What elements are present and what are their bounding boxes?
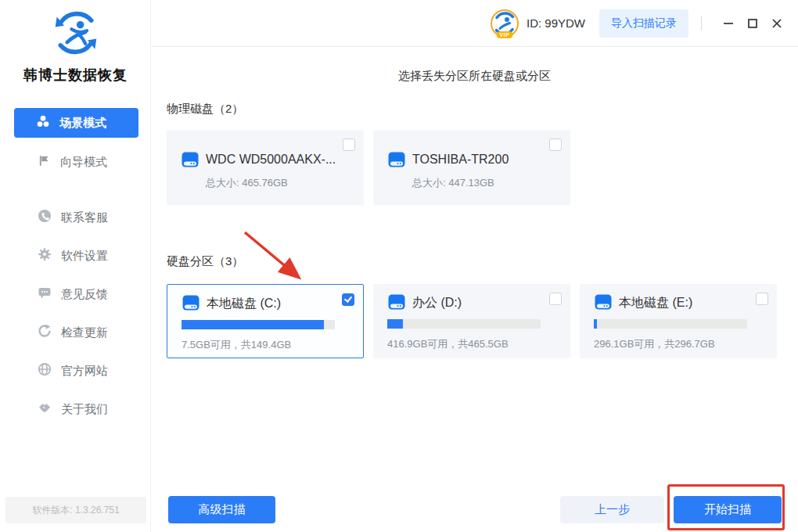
partition-card-c[interactable]: 本地磁盘 (C:) 7.5GB可用，共149.4GB <box>167 284 364 358</box>
sidebar-item-contact-support[interactable]: 联系客服 <box>0 207 151 228</box>
disk-card-toshiba[interactable]: TOSHIBA-TR200 总大小: 447.13GB <box>373 130 570 205</box>
main-content: 选择丢失分区所在硬盘或分区 物理磁盘（2） WDC WD5000AAKX-...… <box>151 47 798 532</box>
app-window: 韩博士数据恢复 场景模式 向导模式 <box>0 0 798 532</box>
partition-card-d[interactable]: 办公 (D:) 416.9GB可用，共465.5GB <box>373 284 570 358</box>
scene-icon <box>36 114 50 131</box>
disk-size: 总大小: 465.76GB <box>206 176 288 190</box>
page-title: 选择丢失分区所在硬盘或分区 <box>151 69 798 84</box>
usage-bar-fill <box>387 319 403 329</box>
partition-card-e[interactable]: 本地磁盘 (E:) 296.1GB可用，共296.7GB <box>580 284 777 358</box>
sidebar-item-label: 关于我们 <box>61 402 108 417</box>
partition-info: 7.5GB可用，共149.4GB <box>182 338 291 352</box>
globe-icon <box>38 362 52 379</box>
import-scan-records-button[interactable]: 导入扫描记录 <box>599 9 688 38</box>
usage-bar-fill <box>182 320 324 329</box>
sidebar-item-label: 检查更新 <box>61 325 108 340</box>
sidebar-item-feedback[interactable]: 意见反馈 <box>0 284 151 304</box>
divider <box>701 16 702 31</box>
update-icon <box>38 324 52 341</box>
phone-icon <box>38 209 52 226</box>
disk-icon <box>182 151 199 171</box>
disk-size: 总大小: 447.13GB <box>412 176 494 190</box>
usage-bar-fill <box>594 319 597 329</box>
partition-checkbox[interactable] <box>342 293 354 306</box>
sidebar-item-official-website[interactable]: 官方网站 <box>0 361 151 381</box>
close-button[interactable] <box>768 15 785 32</box>
app-logo-icon <box>0 9 151 59</box>
partition-name: 办公 (D:) <box>412 295 462 311</box>
partition-info: 416.9GB可用，共465.5GB <box>387 337 509 351</box>
sidebar-item-guide-mode[interactable]: 向导模式 <box>0 152 151 172</box>
gear-icon <box>38 247 52 264</box>
app-title: 韩博士数据恢复 <box>0 66 151 84</box>
partition-section-label: 硬盘分区（3） <box>167 254 243 269</box>
sidebar-item-scene-mode[interactable]: 场景模式 <box>14 108 138 138</box>
disk-checkbox[interactable] <box>549 138 562 151</box>
disk-name: TOSHIBA-TR200 <box>412 153 509 167</box>
sidebar-item-label: 联系客服 <box>61 210 108 225</box>
handshake-icon <box>38 401 52 418</box>
sidebar-item-label: 官方网站 <box>61 364 108 379</box>
vip-badge: VIP <box>497 31 513 38</box>
minimize-button[interactable] <box>720 15 737 32</box>
sidebar-item-settings[interactable]: 软件设置 <box>0 246 151 266</box>
disk-checkbox[interactable] <box>343 138 355 151</box>
sidebar-item-label: 向导模式 <box>60 155 107 170</box>
physical-disk-section-label: 物理磁盘（2） <box>167 102 243 117</box>
previous-step-button[interactable]: 上一步 <box>560 496 664 523</box>
disk-icon <box>182 294 200 315</box>
disk-icon <box>595 293 612 314</box>
sidebar: 韩博士数据恢复 场景模式 向导模式 <box>0 0 151 532</box>
flag-icon <box>38 154 51 171</box>
feedback-icon <box>38 286 52 303</box>
advanced-scan-button[interactable]: 高级扫描 <box>168 496 275 523</box>
maximize-button[interactable] <box>744 15 761 32</box>
sidebar-item-check-update[interactable]: 检查更新 <box>0 322 151 343</box>
usage-bar <box>182 320 335 329</box>
titlebar: VIP ID: 99YDW 导入扫描记录 <box>151 0 798 47</box>
start-scan-button[interactable]: 开始扫描 <box>674 496 782 523</box>
usage-bar <box>594 319 747 329</box>
software-version: 软件版本: 1.3.26.751 <box>5 497 146 523</box>
disk-name: WDC WD5000AAKX-... <box>206 153 336 167</box>
sidebar-item-label: 场景模式 <box>59 116 106 131</box>
user-id: ID: 99YDW <box>527 16 585 30</box>
usage-bar <box>387 319 541 329</box>
disk-icon <box>388 151 405 171</box>
partition-checkbox[interactable] <box>756 293 768 305</box>
avatar[interactable]: VIP <box>491 9 519 38</box>
check-icon <box>344 294 352 303</box>
sidebar-item-label: 软件设置 <box>61 249 108 264</box>
disk-icon <box>388 293 405 314</box>
sidebar-item-about-us[interactable]: 关于我们 <box>0 399 151 419</box>
partition-name: 本地磁盘 (E:) <box>619 295 692 311</box>
partition-info: 296.1GB可用，共296.7GB <box>594 337 715 351</box>
partition-name: 本地磁盘 (C:) <box>207 296 281 312</box>
disk-card-wdc[interactable]: WDC WD5000AAKX-... 总大小: 465.76GB <box>167 130 364 205</box>
partition-checkbox[interactable] <box>549 293 562 305</box>
sidebar-item-label: 意见反馈 <box>61 287 108 302</box>
